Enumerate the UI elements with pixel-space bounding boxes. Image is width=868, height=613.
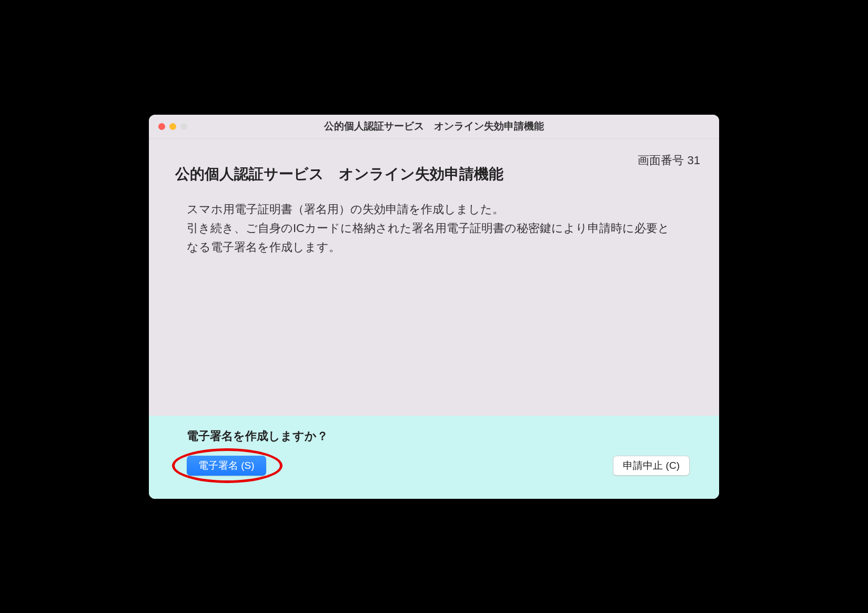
cancel-application-button[interactable]: 申請中止 (C): [613, 456, 690, 476]
digital-signature-button[interactable]: 電子署名 (S): [187, 456, 266, 476]
body-line-1: スマホ用電子証明書（署名用）の失効申請を作成しました。: [187, 203, 504, 216]
content-area: 画面番号 31 公的個人認証サービス オンライン失効申請機能 スマホ用電子証明書…: [149, 139, 719, 416]
traffic-lights: [149, 123, 187, 130]
body-line-2: 引き続き、ご自身のICカードに格納された署名用電子証明書の秘密鍵により申請時に必…: [187, 222, 670, 254]
body-text: スマホ用電子証明書（署名用）の失効申請を作成しました。 引き続き、ご自身のICカ…: [175, 200, 693, 257]
titlebar: 公的個人認証サービス オンライン失効申請機能: [149, 115, 719, 139]
minimize-icon[interactable]: [169, 123, 176, 130]
app-window: 公的個人認証サービス オンライン失効申請機能 画面番号 31 公的個人認証サービ…: [149, 115, 719, 499]
window-title: 公的個人認証サービス オンライン失効申請機能: [149, 119, 719, 133]
primary-button-highlight-wrap: 電子署名 (S): [187, 456, 266, 476]
maximize-icon: [180, 123, 187, 130]
footer-prompt: 電子署名を作成しますか？: [175, 428, 693, 444]
page-heading: 公的個人認証サービス オンライン失効申請機能: [175, 164, 693, 184]
footer-panel: 電子署名を作成しますか？ 電子署名 (S) 申請中止 (C): [149, 416, 719, 499]
screen-number-label: 画面番号 31: [638, 153, 700, 168]
close-icon[interactable]: [158, 123, 165, 130]
button-row: 電子署名 (S) 申請中止 (C): [175, 456, 693, 476]
